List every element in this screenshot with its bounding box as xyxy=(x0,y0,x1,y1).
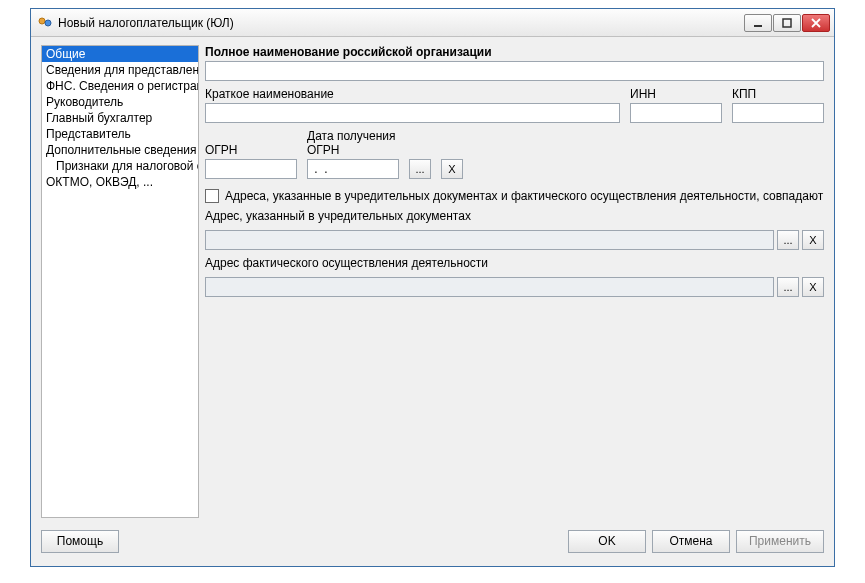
fullname-input[interactable] xyxy=(205,61,824,81)
ogrn-date-label: Дата получения ОГРН xyxy=(307,129,399,157)
svg-point-0 xyxy=(39,18,45,24)
legal-address-pick-button[interactable]: ... xyxy=(777,230,799,250)
help-button[interactable]: Помощь xyxy=(41,530,119,553)
window: Новый налогоплательщик (ЮЛ) Общие Сведен… xyxy=(0,0,865,583)
ogrn-date-picker-button[interactable]: ... xyxy=(409,159,431,179)
sidebar-item-director[interactable]: Руководитель xyxy=(42,94,198,110)
inn-input[interactable] xyxy=(630,103,722,123)
sidebar-item-accountant[interactable]: Главный бухгалтер xyxy=(42,110,198,126)
window-title: Новый налогоплательщик (ЮЛ) xyxy=(58,16,744,30)
sidebar-item-tax-signs[interactable]: Признаки для налоговой отчетности xyxy=(42,158,198,174)
sidebar-item-oktmo[interactable]: ОКТМО, ОКВЭД, ... xyxy=(42,174,198,190)
client-area: Общие Сведения для представления ФНС. Св… xyxy=(31,37,834,566)
sidebar-item-label: ОКТМО, ОКВЭД, ... xyxy=(46,175,153,189)
body: Общие Сведения для представления ФНС. Св… xyxy=(41,45,824,518)
minimize-button[interactable] xyxy=(744,14,772,32)
sidebar-item-label: Признаки для налоговой отчетности xyxy=(56,159,198,173)
actual-address-label: Адрес фактического осуществления деятель… xyxy=(205,256,824,270)
addresses-same-label: Адреса, указанные в учредительных докуме… xyxy=(225,189,823,203)
ogrn-date-input[interactable] xyxy=(307,159,399,179)
shortname-label: Краткое наименование xyxy=(205,87,620,101)
addresses-same-checkbox[interactable] xyxy=(205,189,219,203)
ok-button[interactable]: OK xyxy=(568,530,646,553)
sidebar-item-fns[interactable]: ФНС. Сведения о регистрации xyxy=(42,78,198,94)
legal-address-label: Адрес, указанный в учредительных докумен… xyxy=(205,209,824,223)
ogrn-label: ОГРН xyxy=(205,143,297,157)
sidebar-item-additional[interactable]: Дополнительные сведения xyxy=(42,142,198,158)
sidebar: Общие Сведения для представления ФНС. Св… xyxy=(41,45,199,518)
inn-label: ИНН xyxy=(630,87,722,101)
legal-address-clear-button[interactable]: X xyxy=(802,230,824,250)
cancel-button[interactable]: Отмена xyxy=(652,530,730,553)
svg-rect-2 xyxy=(754,25,762,27)
maximize-button[interactable] xyxy=(773,14,801,32)
actual-address-pick-button[interactable]: ... xyxy=(777,277,799,297)
actual-address-clear-button[interactable]: X xyxy=(802,277,824,297)
bottom-bar: Помощь OK Отмена Применить xyxy=(41,526,824,556)
form-panel: Полное наименование российской организац… xyxy=(205,45,824,518)
actual-address-input[interactable] xyxy=(205,277,774,297)
svg-point-1 xyxy=(45,20,51,26)
sidebar-item-general[interactable]: Общие xyxy=(42,46,198,62)
svg-rect-3 xyxy=(783,19,791,27)
sidebar-item-label: Представитель xyxy=(46,127,131,141)
kpp-label: КПП xyxy=(732,87,824,101)
sidebar-item-presentation[interactable]: Сведения для представления xyxy=(42,62,198,78)
sidebar-item-label: Сведения для представления xyxy=(46,63,198,77)
kpp-input[interactable] xyxy=(732,103,824,123)
ogrn-input[interactable] xyxy=(205,159,297,179)
addresses-same-row: Адреса, указанные в учредительных докуме… xyxy=(205,189,824,203)
sidebar-item-label: Дополнительные сведения xyxy=(46,143,196,157)
close-button[interactable] xyxy=(802,14,830,32)
apply-button[interactable]: Применить xyxy=(736,530,824,553)
app-icon xyxy=(37,15,53,31)
sidebar-item-label: ФНС. Сведения о регистрации xyxy=(46,79,198,93)
sidebar-item-label: Главный бухгалтер xyxy=(46,111,152,125)
legal-address-input[interactable] xyxy=(205,230,774,250)
sidebar-item-representative[interactable]: Представитель xyxy=(42,126,198,142)
window-frame: Новый налогоплательщик (ЮЛ) Общие Сведен… xyxy=(30,8,835,567)
shortname-input[interactable] xyxy=(205,103,620,123)
sidebar-item-label: Общие xyxy=(46,47,85,61)
window-controls xyxy=(744,14,830,32)
sidebar-item-label: Руководитель xyxy=(46,95,123,109)
fullname-label: Полное наименование российской организац… xyxy=(205,45,824,59)
titlebar: Новый налогоплательщик (ЮЛ) xyxy=(31,9,834,37)
ogrn-date-clear-button[interactable]: X xyxy=(441,159,463,179)
